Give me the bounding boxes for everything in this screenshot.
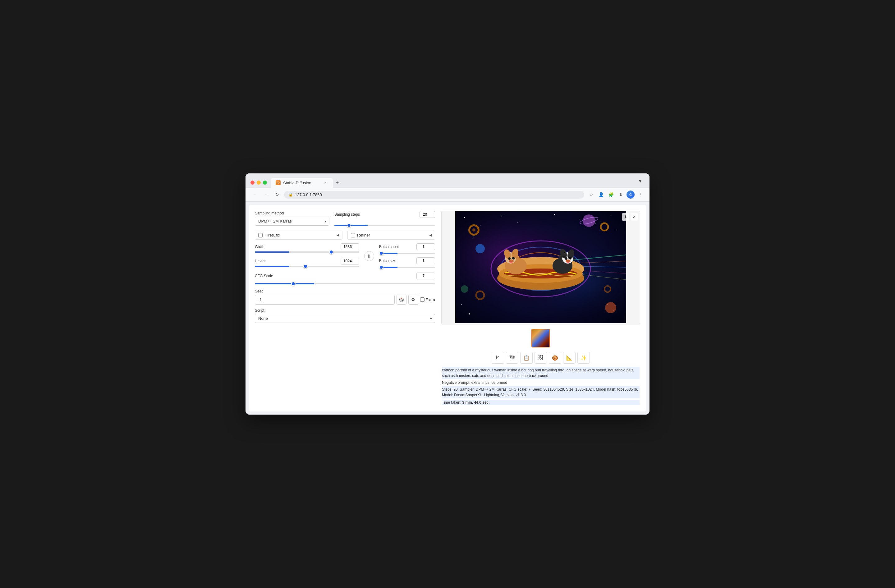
sampling-method-select-wrapper: DPM++ 2M Karras ▼ bbox=[255, 217, 329, 226]
hires-fix-checkbox[interactable] bbox=[258, 233, 262, 238]
svg-point-16 bbox=[469, 313, 470, 315]
width-input[interactable]: 1536 bbox=[341, 243, 359, 250]
svg-point-44 bbox=[565, 257, 567, 260]
back-button[interactable]: ← bbox=[250, 190, 259, 199]
svg-point-36 bbox=[508, 257, 511, 260]
reload-button[interactable]: ↻ bbox=[273, 190, 282, 199]
svg-point-52 bbox=[583, 214, 595, 227]
width-slider[interactable] bbox=[255, 252, 359, 253]
svg-point-54 bbox=[475, 244, 485, 253]
save-button[interactable]: 🖼 bbox=[534, 352, 547, 364]
profile-sync-button[interactable]: 👤 bbox=[597, 190, 605, 199]
browser-tab[interactable]: 🎨 Stable Diffusion × bbox=[271, 178, 333, 188]
extra-seed-checkbox[interactable] bbox=[420, 297, 425, 302]
time-taken: Time taken: 3 min. 44.0 sec. bbox=[442, 400, 640, 405]
send-to-inpaint-button[interactable]: 🏁 bbox=[506, 352, 518, 364]
new-tab-button[interactable]: + bbox=[333, 178, 341, 187]
upscale-button[interactable]: ✨ bbox=[577, 352, 590, 364]
cfg-scale-input[interactable]: 7 bbox=[416, 273, 435, 279]
cfg-scale-header: CFG Scale 7 bbox=[255, 273, 435, 279]
svg-point-3 bbox=[464, 217, 465, 218]
minimize-button[interactable] bbox=[257, 180, 261, 185]
svg-point-12 bbox=[473, 236, 474, 236]
swap-dimensions-button[interactable]: ⇅ bbox=[364, 251, 374, 261]
sampling-steps-input[interactable]: 20 bbox=[420, 211, 435, 218]
profile-avatar[interactable]: G bbox=[626, 191, 634, 199]
refiner-collapse-icon[interactable]: ◀ bbox=[429, 233, 432, 237]
generation-params: Steps: 20, Sampler: DPM++ 2M Karras, CFG… bbox=[442, 386, 640, 399]
navigation-bar: ← → ↻ 🔒 127.0.0.1:7860 ☆ 👤 🧩 ⬇ G ⋮ bbox=[246, 188, 649, 202]
extensions-button[interactable]: 🧩 bbox=[607, 190, 615, 199]
batch-count-input[interactable]: 1 bbox=[416, 243, 435, 250]
close-button[interactable] bbox=[250, 180, 255, 185]
send-to-extras-button[interactable]: 📋 bbox=[520, 352, 532, 364]
width-group: Width 1536 Height 1024 bbox=[255, 243, 359, 267]
batch-size-input[interactable]: 1 bbox=[416, 257, 435, 264]
thumbnail-1[interactable] bbox=[531, 329, 550, 347]
svg-point-4 bbox=[480, 225, 481, 226]
image-actions: ⬇ ✕ bbox=[622, 213, 638, 221]
batch-count-slider[interactable] bbox=[379, 253, 435, 254]
zip-button[interactable]: 🍪 bbox=[549, 352, 561, 364]
sampling-steps-group: Sampling steps 20 bbox=[334, 211, 435, 227]
time-value: 3 min. 44.0 sec. bbox=[463, 400, 490, 405]
security-icon: 🔒 bbox=[288, 192, 293, 197]
script-label: Script bbox=[255, 308, 435, 313]
maximize-button[interactable] bbox=[263, 180, 267, 185]
refiner-checkbox[interactable] bbox=[351, 233, 355, 238]
dimensions-row: Width 1536 Height 1024 ⇅ Batch count bbox=[255, 243, 435, 269]
script-select-wrapper: None ▼ bbox=[255, 314, 435, 323]
close-image-button[interactable]: ✕ bbox=[631, 213, 638, 221]
download-image-button[interactable]: ⬇ bbox=[622, 213, 629, 221]
hires-fix-group: Hires. fix ◀ bbox=[255, 230, 343, 239]
tab-title: Stable Diffusion bbox=[283, 180, 311, 185]
send-to-controlnet-button[interactable]: 📐 bbox=[563, 352, 575, 364]
url-text: 127.0.0.1:7860 bbox=[295, 192, 322, 197]
sampling-steps-slider[interactable] bbox=[334, 225, 435, 226]
address-bar[interactable]: 🔒 127.0.0.1:7860 bbox=[284, 191, 584, 199]
svg-point-15 bbox=[461, 304, 462, 305]
script-select[interactable]: None bbox=[255, 314, 435, 323]
batch-count-header: Batch count 1 bbox=[379, 243, 435, 250]
forward-button[interactable]: → bbox=[262, 190, 270, 199]
svg-point-45 bbox=[569, 257, 572, 259]
left-panel: Sampling method DPM++ 2M Karras ▼ Sampli… bbox=[255, 211, 435, 405]
seed-random-button[interactable]: 🎲 bbox=[396, 295, 407, 305]
seed-input[interactable]: -1 bbox=[255, 295, 395, 305]
bookmark-button[interactable]: ☆ bbox=[587, 190, 595, 199]
seed-row: Seed -1 🎲 ♻ Extra bbox=[255, 289, 435, 305]
svg-point-5 bbox=[502, 216, 502, 217]
generated-image bbox=[441, 211, 640, 323]
browser-window: 🎨 Stable Diffusion × + ▾ ← → ↻ 🔒 127.0.0… bbox=[246, 173, 649, 415]
extra-seed-group: Extra bbox=[420, 297, 435, 302]
thumbnails-row bbox=[441, 327, 640, 349]
svg-point-6 bbox=[517, 222, 518, 223]
hires-collapse-icon[interactable]: ◀ bbox=[337, 233, 339, 237]
svg-point-55 bbox=[605, 302, 616, 313]
cfg-scale-row: CFG Scale 7 bbox=[255, 273, 435, 285]
seed-input-row: -1 🎲 ♻ Extra bbox=[255, 295, 435, 305]
batch-size-slider[interactable] bbox=[379, 267, 435, 268]
info-section: cartoon portrait of a mysterious woman i… bbox=[441, 367, 640, 405]
right-panel: ⬇ ✕ 🏳 🏁 📋 🖼 🍪 📐 ✨ bbox=[441, 211, 640, 405]
height-header: Height 1024 bbox=[255, 258, 359, 264]
svg-point-9 bbox=[595, 223, 596, 224]
chrome-menu-button[interactable]: ⋮ bbox=[636, 190, 645, 199]
send-to-img2img-button[interactable]: 🏳 bbox=[491, 352, 504, 364]
tab-close-button[interactable]: × bbox=[323, 180, 328, 185]
negative-prompt-text: Negative prompt: extra limbs, deformed bbox=[442, 380, 640, 385]
nav-actions: ☆ 👤 🧩 ⬇ G ⋮ bbox=[587, 190, 645, 199]
svg-point-10 bbox=[610, 216, 611, 216]
sampling-method-select[interactable]: DPM++ 2M Karras bbox=[255, 217, 329, 226]
height-input[interactable]: 1024 bbox=[341, 258, 359, 264]
svg-point-56 bbox=[461, 285, 468, 293]
seed-recycle-button[interactable]: ♻ bbox=[408, 295, 418, 305]
prompt-text: cartoon portrait of a mysterious woman i… bbox=[442, 367, 640, 379]
width-header: Width 1536 bbox=[255, 243, 359, 250]
height-slider[interactable] bbox=[255, 266, 359, 267]
sampling-steps-slider-container bbox=[334, 222, 435, 227]
downloads-button[interactable]: ⬇ bbox=[617, 190, 625, 199]
tab-favicon-icon: 🎨 bbox=[276, 180, 281, 185]
cfg-scale-slider[interactable] bbox=[255, 283, 435, 284]
browser-menu-button[interactable]: ▾ bbox=[636, 177, 645, 185]
